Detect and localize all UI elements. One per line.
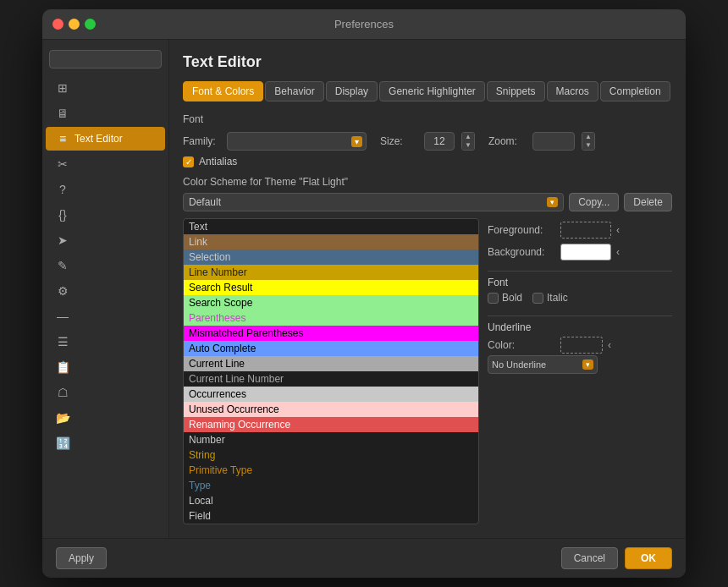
- font-props-label: Font: [488, 277, 672, 288]
- stack-icon: ☖: [56, 386, 69, 399]
- sidebar-item-0[interactable]: ⊞: [46, 76, 165, 100]
- list-item[interactable]: Mismatched Parentheses: [184, 326, 478, 341]
- bottom-bar: Apply Cancel OK: [42, 538, 686, 578]
- underline-color-arrow-icon[interactable]: ‹: [608, 339, 611, 351]
- clipboard-icon: 📋: [56, 360, 69, 374]
- arrow-icon: ➤: [56, 233, 69, 247]
- font-family-row: Family: ▾ Size: ▲ ▼ Zoom: ▲ ▼: [183, 132, 672, 151]
- list-item[interactable]: Unused Occurrence: [184, 402, 478, 417]
- zoom-increment[interactable]: ▲: [582, 133, 594, 141]
- list-item[interactable]: Primitive Type: [184, 463, 478, 478]
- background-arrow-icon[interactable]: ‹: [616, 246, 620, 258]
- font-family-arrow-icon: ▾: [351, 136, 362, 147]
- list-item[interactable]: Occurrences: [184, 387, 478, 402]
- italic-checkbox[interactable]: [532, 293, 543, 304]
- sidebar-item-4[interactable]: ?: [46, 178, 165, 201]
- minimize-button[interactable]: [69, 19, 80, 30]
- titlebar: Preferences: [42, 9, 686, 40]
- sidebar-item-text-editor[interactable]: ≡ Text Editor: [46, 127, 165, 151]
- antialias-checkbox[interactable]: ✓: [183, 156, 194, 167]
- list-item[interactable]: Type: [184, 478, 478, 493]
- bold-checkbox[interactable]: [488, 293, 499, 304]
- tab-generic-highlighter[interactable]: Generic Highlighter: [379, 81, 485, 101]
- sidebar-search-input[interactable]: [49, 50, 162, 69]
- bold-label: Bold: [502, 292, 522, 304]
- foreground-arrow-icon[interactable]: ‹: [616, 224, 620, 236]
- list-item[interactable]: Text: [184, 219, 478, 234]
- sidebar-item-11[interactable]: 📋: [46, 355, 165, 379]
- tab-completion[interactable]: Completion: [600, 81, 670, 101]
- size-increment[interactable]: ▲: [462, 133, 474, 141]
- underline-color-label: Color:: [488, 339, 555, 351]
- sidebar-item-3[interactable]: ✂: [46, 152, 165, 176]
- underline-color-swatch[interactable]: [560, 337, 603, 354]
- size-stepper[interactable]: ▲ ▼: [461, 132, 475, 151]
- foreground-swatch[interactable]: [560, 222, 611, 239]
- list-item[interactable]: Local: [184, 493, 478, 508]
- size-input[interactable]: [424, 132, 455, 151]
- bold-item: Bold: [488, 292, 522, 304]
- antialias-row: ✓ Antialias: [183, 156, 672, 167]
- sidebar-item-10[interactable]: ☰: [46, 330, 165, 354]
- copy-button[interactable]: Copy...: [569, 193, 619, 211]
- gear-icon: ⚙: [56, 284, 69, 298]
- zoom-decrement[interactable]: ▼: [582, 141, 594, 150]
- close-button[interactable]: [52, 19, 63, 30]
- sidebar-item-8[interactable]: ⚙: [46, 279, 165, 303]
- list-item[interactable]: Selection: [184, 250, 478, 265]
- page-title: Text Editor: [183, 53, 672, 71]
- list-item[interactable]: Auto Complete: [184, 341, 478, 356]
- tab-snippets[interactable]: Snippets: [487, 81, 545, 101]
- cancel-button[interactable]: Cancel: [561, 547, 618, 569]
- list-item[interactable]: Field: [184, 508, 478, 524]
- tab-behavior[interactable]: Behavior: [265, 81, 323, 101]
- background-swatch[interactable]: [560, 244, 611, 261]
- color-scheme-label: Color Scheme for Theme "Flat Light": [183, 176, 672, 188]
- display-icon: 🖥: [56, 107, 69, 120]
- sidebar-item-6[interactable]: ➤: [46, 228, 165, 252]
- apply-button[interactable]: Apply: [56, 547, 107, 569]
- list-item[interactable]: Link: [184, 234, 478, 250]
- list-icon: ☰: [56, 335, 69, 348]
- sidebar-item-7[interactable]: ✎: [46, 254, 165, 277]
- sidebar-item-14[interactable]: 🔢: [46, 431, 165, 455]
- list-item[interactable]: Search Scope: [184, 295, 478, 310]
- scheme-select[interactable]: Default ▾: [183, 193, 564, 211]
- list-item[interactable]: Line Number: [184, 265, 478, 280]
- sidebar-item-1[interactable]: 🖥: [46, 101, 165, 125]
- list-item[interactable]: Current Line Number: [184, 371, 478, 387]
- font-family-select[interactable]: ▾: [227, 132, 367, 151]
- scheme-value: Default: [189, 196, 221, 208]
- tab-font-colors[interactable]: Font & Colors: [183, 81, 263, 101]
- list-item[interactable]: Number: [184, 432, 478, 447]
- maximize-button[interactable]: [85, 19, 96, 30]
- list-item[interactable]: String: [184, 447, 478, 463]
- zoom-stepper[interactable]: ▲ ▼: [582, 132, 595, 151]
- tabs-bar: Font & Colors Behavior Display Generic H…: [183, 81, 672, 101]
- sidebar-item-9[interactable]: —: [46, 304, 165, 328]
- sidebar-item-12[interactable]: ☖: [46, 381, 165, 404]
- underline-type-arrow-icon: ▾: [582, 359, 593, 370]
- help-icon: ?: [56, 183, 69, 196]
- delete-button[interactable]: Delete: [624, 193, 672, 211]
- list-item[interactable]: Current Line: [184, 356, 478, 371]
- antialias-label: Antialias: [199, 156, 237, 167]
- list-item[interactable]: Parentheses: [184, 310, 478, 326]
- preferences-window: Preferences ⊞ 🖥 ≡ Text Editor ✂ ? {}: [42, 9, 686, 578]
- sidebar-item-5[interactable]: {}: [46, 203, 165, 227]
- tab-macros[interactable]: Macros: [547, 81, 598, 101]
- list-item[interactable]: Renaming Occurrence: [184, 417, 478, 432]
- tab-display[interactable]: Display: [326, 81, 378, 101]
- underline-type-select[interactable]: No Underline ▾: [488, 355, 598, 374]
- ok-button[interactable]: OK: [625, 547, 672, 569]
- window-body: ⊞ 🖥 ≡ Text Editor ✂ ? {} ➤ ✎: [42, 40, 686, 538]
- color-properties-panel: Foreground: ‹ Background: ‹ Font: [488, 218, 672, 524]
- color-list: Text Link Selection Line Number Search R…: [183, 218, 479, 524]
- sidebar-item-13[interactable]: 📂: [46, 406, 165, 430]
- italic-item: Italic: [532, 292, 568, 304]
- zoom-input[interactable]: [532, 132, 575, 151]
- foreground-label: Foreground:: [488, 224, 555, 236]
- size-decrement[interactable]: ▼: [462, 141, 474, 150]
- list-item[interactable]: Search Result: [184, 280, 478, 295]
- underline-type-value: No Underline: [492, 359, 546, 370]
